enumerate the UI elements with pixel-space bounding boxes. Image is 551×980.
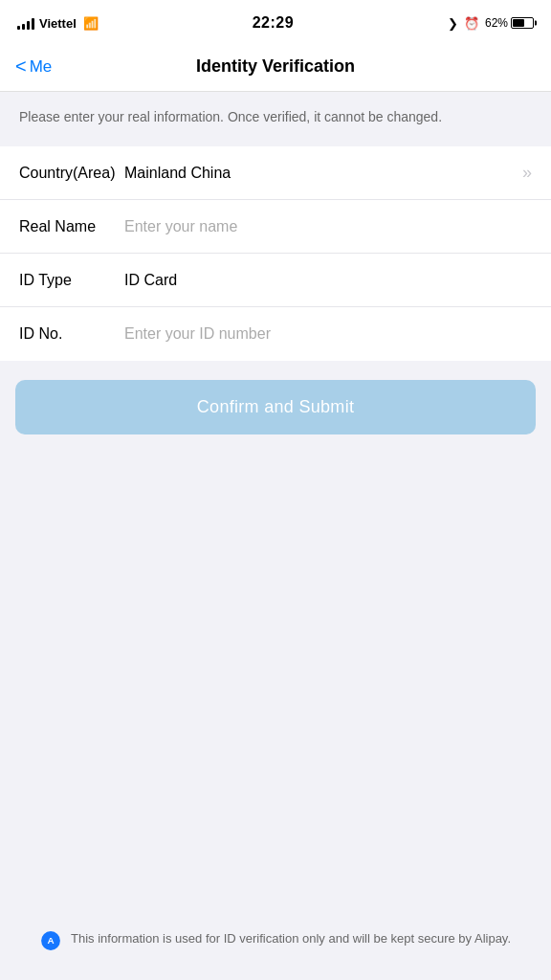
battery-percent: 62% bbox=[485, 16, 508, 30]
page-title: Identity Verification bbox=[196, 56, 355, 77]
status-left: Viettel 📶 bbox=[17, 16, 99, 31]
country-label: Country(Area) bbox=[19, 165, 124, 182]
idno-input[interactable] bbox=[124, 325, 532, 343]
info-notice: Please enter your real information. Once… bbox=[0, 92, 551, 143]
alipay-logo-icon: A bbox=[40, 930, 61, 951]
battery-icon bbox=[511, 17, 534, 29]
svg-text:A: A bbox=[47, 935, 54, 946]
idno-label: ID No. bbox=[19, 325, 124, 343]
status-bar: Viettel 📶 22:29 ❯ ⏰ 62% bbox=[0, 0, 551, 42]
form-section: Country(Area) Mainland China » Real Name… bbox=[0, 146, 551, 361]
idno-row: ID No. bbox=[0, 307, 551, 361]
country-chevron-icon: » bbox=[522, 163, 532, 183]
realname-label: Real Name bbox=[19, 218, 124, 235]
alarm-icon: ⏰ bbox=[464, 16, 479, 31]
country-row[interactable]: Country(Area) Mainland China » bbox=[0, 146, 551, 200]
submit-section: Confirm and Submit bbox=[0, 361, 551, 454]
battery-container: 62% bbox=[485, 16, 534, 30]
footer-notice: A This information is used for ID verifi… bbox=[0, 910, 551, 980]
realname-row: Real Name bbox=[0, 200, 551, 254]
status-time: 22:29 bbox=[253, 14, 294, 32]
status-right: ❯ ⏰ 62% bbox=[448, 16, 534, 31]
carrier-name: Viettel bbox=[39, 16, 77, 31]
idtype-value: ID Card bbox=[124, 272, 532, 289]
wifi-icon: 📶 bbox=[83, 16, 99, 31]
back-chevron-icon: < bbox=[15, 56, 27, 76]
signal-icon bbox=[17, 16, 34, 30]
confirm-submit-button[interactable]: Confirm and Submit bbox=[15, 380, 536, 434]
idtype-label: ID Type bbox=[19, 272, 124, 289]
nav-bar: < Me Identity Verification bbox=[0, 42, 551, 92]
back-label: Me bbox=[30, 57, 53, 77]
realname-input[interactable] bbox=[124, 218, 532, 235]
country-value: Mainland China bbox=[124, 165, 515, 182]
footer-text: This information is used for ID verifica… bbox=[71, 929, 511, 948]
location-icon: ❯ bbox=[448, 16, 458, 31]
idtype-row: ID Type ID Card bbox=[0, 254, 551, 307]
back-button[interactable]: < Me bbox=[15, 57, 52, 77]
